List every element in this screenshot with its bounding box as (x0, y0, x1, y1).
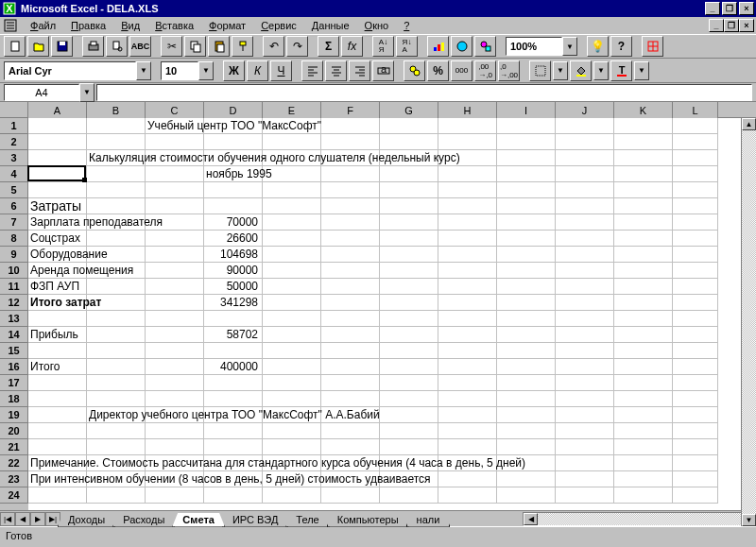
cell-I3[interactable] (497, 150, 556, 166)
chart-button[interactable] (427, 36, 449, 57)
spelling-button[interactable]: ABC (129, 36, 151, 57)
cell-C20[interactable] (146, 423, 204, 439)
cell-B11[interactable] (87, 279, 146, 295)
cell-J5[interactable] (556, 182, 614, 198)
cell-K21[interactable] (614, 439, 673, 455)
menu-window[interactable]: Окно (357, 19, 397, 32)
cell-H12[interactable] (438, 295, 497, 311)
menu-file[interactable]: Файл (23, 19, 63, 32)
cell-A21[interactable] (28, 439, 87, 455)
cell-B3[interactable]: Калькуляция стоимости обучения одного сл… (87, 150, 146, 166)
cell-J8[interactable] (556, 231, 614, 247)
italic-button[interactable]: К (247, 60, 268, 81)
cell-B2[interactable] (87, 134, 146, 150)
extra-button[interactable] (642, 36, 663, 57)
cell-I16[interactable] (497, 359, 556, 375)
cell-J11[interactable] (556, 279, 614, 295)
cell-C9[interactable] (146, 247, 204, 263)
cell-F4[interactable] (321, 166, 380, 182)
map-button[interactable] (451, 36, 472, 57)
cell-H5[interactable] (438, 182, 497, 198)
tab-next-button[interactable]: ▶ (30, 512, 45, 526)
cell-F13[interactable] (321, 311, 380, 327)
cell-B13[interactable] (87, 311, 146, 327)
cell-H8[interactable] (438, 231, 497, 247)
cell-C10[interactable] (146, 263, 204, 279)
cell-F16[interactable] (321, 359, 380, 375)
cell-G19[interactable] (380, 407, 438, 423)
cell-H20[interactable] (438, 423, 497, 439)
col-header-E[interactable]: E (263, 102, 321, 118)
cell-D5[interactable] (204, 182, 263, 198)
cell-C8[interactable] (146, 231, 204, 247)
font-combo[interactable]: ▼ (4, 61, 151, 80)
cell-I8[interactable] (497, 231, 556, 247)
cell-K6[interactable] (614, 198, 673, 214)
cell-B24[interactable] (87, 487, 146, 504)
cell-H4[interactable] (438, 166, 497, 182)
cell-K3[interactable] (614, 150, 673, 166)
cell-J4[interactable] (556, 166, 614, 182)
align-right-button[interactable] (349, 60, 370, 81)
cell-I13[interactable] (497, 311, 556, 327)
cell-B5[interactable] (87, 182, 146, 198)
col-header-C[interactable]: C (146, 102, 204, 118)
col-header-A[interactable]: A (28, 102, 87, 118)
row-header-21[interactable]: 21 (0, 439, 28, 455)
cell-K14[interactable] (614, 327, 673, 343)
row-header-16[interactable]: 16 (0, 359, 28, 375)
cell-L8[interactable] (673, 231, 718, 247)
increase-decimal-button[interactable]: ,00→,0 (474, 60, 496, 81)
cell-H1[interactable] (438, 118, 497, 134)
cell-C5[interactable] (146, 182, 204, 198)
cell-H24[interactable] (438, 487, 497, 504)
zoom-input[interactable] (506, 37, 562, 56)
cell-E5[interactable] (263, 182, 321, 198)
cell-F9[interactable] (321, 247, 380, 263)
cell-E14[interactable] (263, 327, 321, 343)
cell-A7[interactable]: Зарплата преподавателя (28, 214, 87, 231)
cell-G18[interactable] (380, 391, 438, 407)
cell-D15[interactable] (204, 343, 263, 359)
row-header-2[interactable]: 2 (0, 134, 28, 150)
cell-D10[interactable]: 90000 (204, 263, 263, 279)
row-header-5[interactable]: 5 (0, 182, 28, 198)
format-painter-button[interactable] (232, 36, 253, 57)
row-header-11[interactable]: 11 (0, 279, 28, 295)
cell-J3[interactable] (556, 150, 614, 166)
cell-L6[interactable] (673, 198, 718, 214)
cell-L24[interactable] (673, 487, 718, 504)
cell-B14[interactable] (87, 327, 146, 343)
cell-D21[interactable] (204, 439, 263, 455)
zoom-dropdown-button[interactable]: ▼ (562, 37, 577, 56)
cell-G2[interactable] (380, 134, 438, 150)
cell-H17[interactable] (438, 375, 497, 391)
cell-A8[interactable]: Соцстрах (28, 231, 87, 247)
cell-E12[interactable] (263, 295, 321, 311)
merge-center-button[interactable]: a (372, 60, 394, 81)
cell-E7[interactable] (263, 214, 321, 231)
cell-D16[interactable]: 400000 (204, 359, 263, 375)
cell-I12[interactable] (497, 295, 556, 311)
cell-E16[interactable] (263, 359, 321, 375)
name-box-dropdown[interactable]: ▼ (79, 83, 94, 102)
cell-I17[interactable] (497, 375, 556, 391)
currency-button[interactable] (404, 60, 425, 81)
print-button[interactable] (82, 36, 104, 57)
cell-B17[interactable] (87, 375, 146, 391)
cell-H6[interactable] (438, 198, 497, 214)
cell-C2[interactable] (146, 134, 204, 150)
mdi-minimize-button[interactable]: _ (709, 19, 724, 32)
cell-B19[interactable]: Директор учебного центра ТОО "МаксСофт" … (87, 407, 146, 423)
cell-G14[interactable] (380, 327, 438, 343)
cell-J24[interactable] (556, 487, 614, 504)
cell-C1[interactable]: Учебный центр ТОО "МаксСофт" (146, 118, 204, 134)
cell-K1[interactable] (614, 118, 673, 134)
cell-J21[interactable] (556, 439, 614, 455)
cell-A24[interactable] (28, 487, 87, 504)
cells-grid[interactable]: Учебный центр ТОО "МаксСофт"Калькуляция … (28, 118, 756, 510)
cell-L12[interactable] (673, 295, 718, 311)
cell-J17[interactable] (556, 375, 614, 391)
font-color-dropdown[interactable]: ▼ (634, 61, 649, 80)
cell-H16[interactable] (438, 359, 497, 375)
